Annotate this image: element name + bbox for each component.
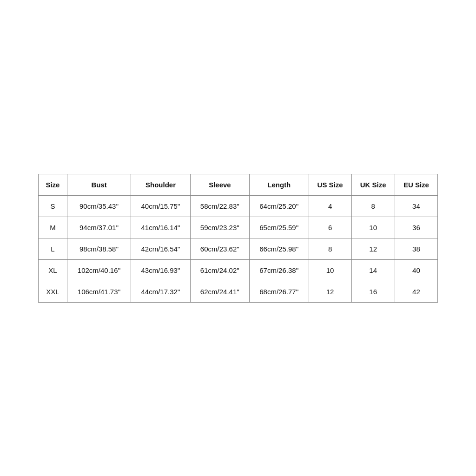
- cell-us_size-4: 12: [309, 281, 351, 302]
- cell-eu_size-0: 34: [395, 195, 437, 217]
- cell-us_size-1: 6: [309, 217, 351, 238]
- cell-length-3: 67cm/26.38'': [250, 259, 309, 281]
- col-header-size: Size: [39, 174, 67, 195]
- cell-size-3: XL: [39, 259, 67, 281]
- table-row: XL102cm/40.16''43cm/16.93''61cm/24.02''6…: [39, 259, 438, 281]
- table-row: S90cm/35.43''40cm/15.75''58cm/22.83''64c…: [39, 195, 438, 217]
- col-header-bust: Bust: [67, 174, 131, 195]
- cell-length-2: 66cm/25.98'': [250, 238, 309, 259]
- cell-size-0: S: [39, 195, 67, 217]
- cell-length-4: 68cm/26.77'': [250, 281, 309, 302]
- cell-size-1: M: [39, 217, 67, 238]
- cell-uk_size-0: 8: [351, 195, 395, 217]
- cell-length-1: 65cm/25.59'': [250, 217, 309, 238]
- col-header-sleeve: Sleeve: [190, 174, 249, 195]
- cell-uk_size-1: 10: [351, 217, 395, 238]
- cell-eu_size-1: 36: [395, 217, 437, 238]
- col-header-length: Length: [250, 174, 309, 195]
- size-chart-table: Size Bust Shoulder Sleeve Length US Size…: [38, 174, 438, 303]
- cell-eu_size-2: 38: [395, 238, 437, 259]
- cell-bust-2: 98cm/38.58'': [67, 238, 131, 259]
- cell-bust-0: 90cm/35.43'': [67, 195, 131, 217]
- col-header-uk-size: UK Size: [351, 174, 395, 195]
- cell-shoulder-1: 41cm/16.14'': [131, 217, 190, 238]
- table-row: XXL106cm/41.73''44cm/17.32''62cm/24.41''…: [39, 281, 438, 302]
- col-header-us-size: US Size: [309, 174, 351, 195]
- cell-sleeve-1: 59cm/23.23'': [190, 217, 249, 238]
- cell-sleeve-2: 60cm/23.62'': [190, 238, 249, 259]
- cell-sleeve-4: 62cm/24.41'': [190, 281, 249, 302]
- cell-size-4: XXL: [39, 281, 67, 302]
- cell-shoulder-2: 42cm/16.54'': [131, 238, 190, 259]
- cell-us_size-2: 8: [309, 238, 351, 259]
- table-row: L98cm/38.58''42cm/16.54''60cm/23.62''66c…: [39, 238, 438, 259]
- table-header-row: Size Bust Shoulder Sleeve Length US Size…: [39, 174, 438, 195]
- cell-us_size-0: 4: [309, 195, 351, 217]
- cell-sleeve-3: 61cm/24.02'': [190, 259, 249, 281]
- cell-uk_size-2: 12: [351, 238, 395, 259]
- cell-bust-3: 102cm/40.16'': [67, 259, 131, 281]
- cell-shoulder-0: 40cm/15.75'': [131, 195, 190, 217]
- cell-sleeve-0: 58cm/22.83'': [190, 195, 249, 217]
- cell-bust-4: 106cm/41.73'': [67, 281, 131, 302]
- col-header-shoulder: Shoulder: [131, 174, 190, 195]
- cell-eu_size-4: 42: [395, 281, 437, 302]
- cell-us_size-3: 10: [309, 259, 351, 281]
- cell-size-2: L: [39, 238, 67, 259]
- cell-uk_size-4: 16: [351, 281, 395, 302]
- table-row: M94cm/37.01''41cm/16.14''59cm/23.23''65c…: [39, 217, 438, 238]
- col-header-eu-size: EU Size: [395, 174, 437, 195]
- cell-eu_size-3: 40: [395, 259, 437, 281]
- size-chart-container: Size Bust Shoulder Sleeve Length US Size…: [38, 174, 438, 303]
- cell-shoulder-3: 43cm/16.93'': [131, 259, 190, 281]
- cell-bust-1: 94cm/37.01'': [67, 217, 131, 238]
- cell-uk_size-3: 14: [351, 259, 395, 281]
- cell-shoulder-4: 44cm/17.32'': [131, 281, 190, 302]
- cell-length-0: 64cm/25.20'': [250, 195, 309, 217]
